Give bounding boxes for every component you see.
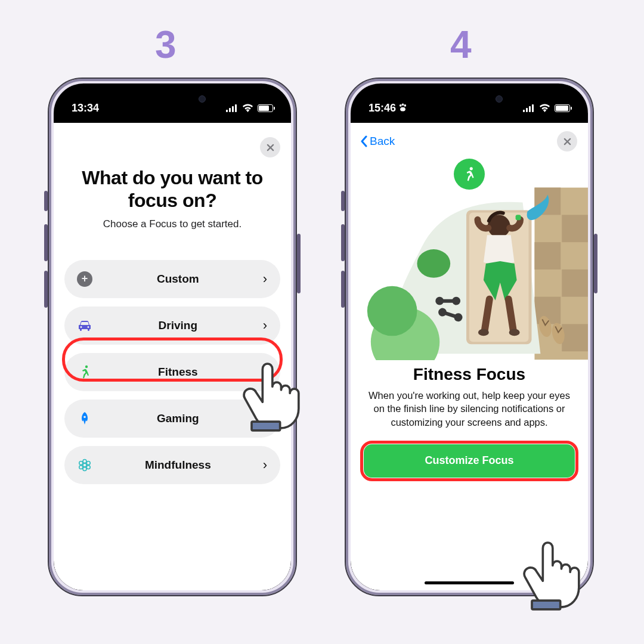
chevron-right-icon: › <box>263 411 267 426</box>
svg-rect-17 <box>534 242 561 270</box>
cellular-icon <box>226 104 238 112</box>
wifi-icon <box>242 104 253 112</box>
plus-icon: + <box>76 271 93 287</box>
focus-item-label: Custom <box>93 273 263 286</box>
runner-icon <box>76 365 93 379</box>
close-button[interactable] <box>260 137 280 157</box>
svg-point-6 <box>79 465 83 469</box>
phone-mockup-3: 13:34 What do you want to focus on? Choo… <box>48 78 297 596</box>
step-number-4: 4 <box>450 23 472 67</box>
focus-item-label: Fitness <box>93 366 263 379</box>
focus-item-mindfulness[interactable]: Mindfulness › <box>64 446 280 484</box>
back-label: Back <box>370 135 395 148</box>
svg-point-10 <box>402 103 404 106</box>
paw-icon <box>398 103 407 113</box>
svg-point-1 <box>83 463 86 467</box>
svg-point-5 <box>86 461 90 465</box>
focus-item-label: Driving <box>93 319 263 332</box>
svg-point-3 <box>83 467 86 470</box>
svg-point-31 <box>435 297 444 305</box>
home-indicator[interactable] <box>425 581 514 584</box>
svg-point-12 <box>400 107 405 111</box>
back-button[interactable]: Back <box>359 135 395 148</box>
svg-rect-16 <box>562 215 588 242</box>
dynamic-island <box>131 87 214 111</box>
status-time: 15:46 <box>369 102 396 114</box>
svg-point-0 <box>85 365 88 367</box>
chevron-right-icon: › <box>263 364 267 380</box>
chevron-right-icon: › <box>263 457 267 473</box>
svg-point-29 <box>509 329 520 336</box>
focus-title: Fitness Focus <box>351 360 588 389</box>
focus-item-label: Gaming <box>93 412 263 425</box>
svg-point-7 <box>86 465 90 469</box>
wifi-icon <box>539 104 550 112</box>
svg-point-22 <box>367 286 417 336</box>
focus-description: When you're working out, help keep your … <box>351 389 588 444</box>
status-time: 13:34 <box>72 102 99 114</box>
close-button[interactable] <box>557 131 577 151</box>
chevron-right-icon: › <box>263 271 267 287</box>
svg-point-13 <box>470 167 473 170</box>
focus-item-label: Mindfulness <box>93 459 263 472</box>
fitness-illustration <box>351 157 588 360</box>
svg-point-9 <box>400 104 402 107</box>
svg-point-4 <box>79 461 83 465</box>
phone-side-button <box>594 234 597 293</box>
rocket-icon <box>76 411 93 426</box>
svg-point-23 <box>417 249 450 278</box>
focus-item-fitness[interactable]: Fitness › <box>64 353 280 391</box>
runner-badge-icon <box>454 159 485 190</box>
screen-3: 13:34 What do you want to focus on? Choo… <box>54 83 291 590</box>
svg-point-32 <box>452 297 460 305</box>
dynamic-island <box>428 87 511 111</box>
screen-4: 15:46 Back <box>351 83 588 590</box>
focus-item-gaming[interactable]: Gaming › <box>64 400 280 438</box>
svg-point-28 <box>478 329 489 336</box>
battery-icon <box>258 104 273 112</box>
chevron-right-icon: › <box>263 318 267 333</box>
page-subtitle: Choose a Focus to get started. <box>54 218 291 247</box>
svg-rect-20 <box>562 324 588 351</box>
svg-point-2 <box>83 459 86 463</box>
car-icon <box>76 320 93 332</box>
svg-rect-18 <box>562 270 588 297</box>
focus-list: + Custom › Driving › <box>54 247 291 484</box>
cellular-icon <box>523 104 535 112</box>
battery-icon <box>555 104 570 112</box>
step-number-3: 3 <box>155 23 177 67</box>
focus-item-driving[interactable]: Driving › <box>64 306 280 345</box>
customize-focus-button[interactable]: Customize Focus <box>364 444 575 478</box>
svg-rect-27 <box>516 215 521 220</box>
focus-item-custom[interactable]: + Custom › <box>64 260 280 298</box>
page-title: What do you want to focus on? <box>54 161 291 218</box>
phone-side-button <box>297 234 301 293</box>
mind-icon <box>76 458 93 472</box>
svg-rect-38 <box>532 600 561 609</box>
phone-mockup-4: 15:46 Back <box>345 78 594 596</box>
svg-point-11 <box>404 104 406 107</box>
